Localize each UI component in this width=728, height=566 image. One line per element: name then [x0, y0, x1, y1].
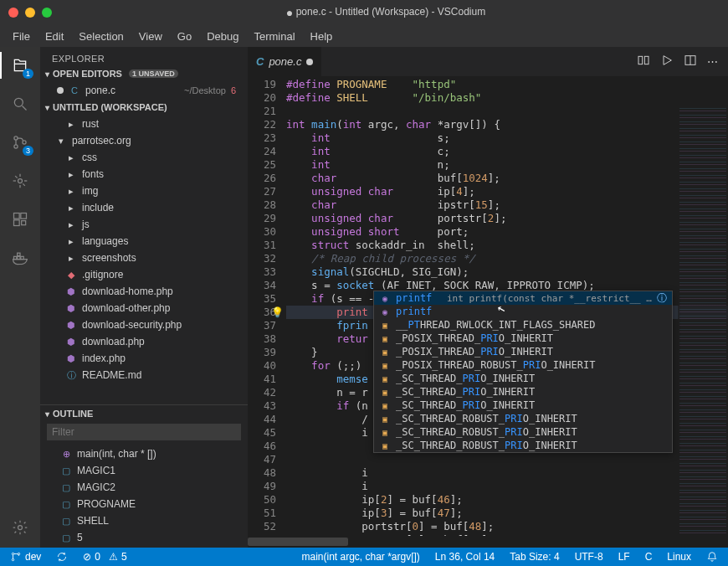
- outline-5[interactable]: ▢5: [40, 529, 248, 546]
- tree-item-download-security-php[interactable]: ⬢download-security.php: [40, 316, 248, 333]
- intellisense-item[interactable]: ▣ _SC_THREAD_ROBUST_PRIO_INHERIT: [374, 425, 672, 439]
- intellisense-item[interactable]: ▣ _POSIX_THREAD_PRIO_INHERIT: [374, 345, 672, 358]
- outline-main-int-char-[interactable]: ⊕main(int, char * []): [40, 445, 248, 462]
- code-line[interactable]: #define SHELL "/bin/bash": [286, 91, 728, 105]
- minimap[interactable]: [678, 105, 728, 536]
- menu-help[interactable]: Help: [305, 28, 339, 44]
- menu-terminal[interactable]: Terminal: [248, 28, 300, 44]
- lightbulb-icon[interactable]: 💡: [271, 306, 284, 319]
- status-cursor[interactable]: Ln 36, Col 14: [432, 551, 498, 563]
- outline-filter-input[interactable]: [47, 424, 241, 440]
- tree-item-img[interactable]: ▸img: [40, 183, 248, 199]
- source-control-icon[interactable]: 3: [8, 131, 32, 154]
- outline-SHELL[interactable]: ▢SHELL: [40, 512, 248, 529]
- open-editor-item[interactable]: C pone.c~/Desktop6: [40, 82, 248, 99]
- outline-header[interactable]: ▾ OUTLINE: [40, 404, 248, 420]
- code-line[interactable]: /* Reap child processes */: [286, 252, 728, 265]
- notifications-icon[interactable]: [703, 551, 721, 563]
- intellisense-item[interactable]: ▣ _SC_THREAD_PRIO_INHERIT: [374, 372, 672, 385]
- menu-view[interactable]: View: [133, 28, 168, 44]
- tree-item-fonts[interactable]: ▸fonts: [40, 166, 248, 183]
- intellisense-item[interactable]: ▣ _SC_THREAD_PRIO_INHERIT: [374, 399, 672, 412]
- code-line[interactable]: char buf[1024];: [286, 172, 728, 185]
- tree-item-download-php[interactable]: ⬢download.php: [40, 333, 248, 350]
- menu-selection[interactable]: Selection: [73, 28, 129, 44]
- more-actions-icon[interactable]: ⋯: [707, 55, 718, 68]
- status-context[interactable]: main(int argc, char *argv[]): [298, 551, 423, 563]
- folder-icon: ▸: [65, 219, 77, 230]
- code-line[interactable]: int c;: [286, 145, 728, 158]
- maximize-window[interactable]: [42, 8, 52, 18]
- code-line[interactable]: portstr[0] = buf[48];: [286, 520, 728, 533]
- tab-pone-c[interactable]: C pone.c: [248, 47, 322, 76]
- code-line[interactable]: ip[2] = buf[46];: [286, 493, 728, 507]
- tree-item-README-md[interactable]: ⓘREADME.md: [40, 367, 248, 383]
- outline-MAGIC2[interactable]: ▢MAGIC2: [40, 479, 248, 496]
- code-line[interactable]: struct sockaddr_in shell;: [286, 239, 728, 252]
- close-window[interactable]: [8, 8, 18, 18]
- tree-item-download-home-php[interactable]: ⬢download-home.php: [40, 283, 248, 300]
- tree-item-languages[interactable]: ▸languages: [40, 233, 248, 250]
- status-sync[interactable]: [53, 551, 71, 563]
- tree-item-screenshots[interactable]: ▸screenshots: [40, 250, 248, 266]
- menu-file[interactable]: File: [7, 28, 36, 44]
- code-line[interactable]: int n;: [286, 158, 728, 172]
- code-line[interactable]: int main(int argc, char *argv[]) {: [286, 118, 728, 131]
- tree-item-css[interactable]: ▸css: [40, 149, 248, 166]
- tree-item-js[interactable]: ▸js: [40, 216, 248, 233]
- settings-icon[interactable]: [8, 516, 32, 539]
- tree-item--gitignore[interactable]: ◆.gitignore: [40, 266, 248, 283]
- tree-item-index-php[interactable]: ⬢index.php: [40, 350, 248, 367]
- menu-debug[interactable]: Debug: [201, 28, 244, 44]
- code-line[interactable]: unsigned short port;: [286, 225, 728, 239]
- code-line[interactable]: int s;: [286, 131, 728, 145]
- intellisense-item[interactable]: ◉ printf: [374, 305, 672, 318]
- outline-MAGIC1[interactable]: ▢MAGIC1: [40, 462, 248, 479]
- run-icon[interactable]: [660, 54, 674, 69]
- intellisense-item[interactable]: ▣ _POSIX_THREAD_ROBUST_PRIO_INHERIT: [374, 358, 672, 372]
- intellisense-popup[interactable]: ◉ printf int printf(const char *__restri…: [373, 291, 673, 453]
- workspace-header[interactable]: ▾ UNTITLED (WORKSPACE): [40, 100, 248, 114]
- split-editor-icon[interactable]: [684, 54, 697, 69]
- code-line[interactable]: i: [286, 480, 728, 493]
- outline-PROGNAME[interactable]: ▢PROGNAME: [40, 496, 248, 512]
- status-os[interactable]: Linux: [664, 551, 695, 563]
- minimize-window[interactable]: [25, 8, 35, 18]
- code-line[interactable]: unsigned char ip[4];: [286, 185, 728, 198]
- code-line[interactable]: #define PROGNAME "httpd": [286, 78, 728, 91]
- extensions-icon[interactable]: [8, 208, 32, 231]
- code-line[interactable]: unsigned char portstr[2];: [286, 212, 728, 225]
- open-editors-header[interactable]: ▾ OPEN EDITORS 1 UNSAVED: [40, 67, 248, 80]
- debug-icon[interactable]: [8, 169, 32, 193]
- code-line[interactable]: [286, 453, 728, 466]
- tree-item-download-other-php[interactable]: ⬢download-other.php: [40, 300, 248, 316]
- status-eol[interactable]: LF: [615, 551, 633, 563]
- intellisense-item[interactable]: ▣ _POSIX_THREAD_PRIO_INHERIT: [374, 332, 672, 345]
- code-line[interactable]: i: [286, 466, 728, 480]
- intellisense-item[interactable]: ▣ __PTHREAD_RWLOCK_INT_FLAGS_SHARED: [374, 318, 672, 332]
- search-icon[interactable]: [8, 92, 32, 116]
- status-branch[interactable]: dev: [7, 551, 44, 563]
- code-line[interactable]: ip[3] = buf[47];: [286, 507, 728, 520]
- status-encoding[interactable]: UTF-8: [572, 551, 607, 563]
- status-lang[interactable]: C: [642, 551, 656, 563]
- menu-edit[interactable]: Edit: [39, 28, 69, 44]
- tree-item-parrotsec-org[interactable]: ▾parrotsec.org: [40, 132, 248, 149]
- tree-item-include[interactable]: ▸include: [40, 199, 248, 216]
- horizontal-scrollbar[interactable]: [248, 536, 678, 548]
- intellisense-item[interactable]: ▣ _SC_THREAD_PRIO_INHERIT: [374, 385, 672, 399]
- docker-icon[interactable]: [8, 246, 32, 270]
- menu-go[interactable]: Go: [172, 28, 197, 44]
- intellisense-item[interactable]: ▣ _SC_THREAD_ROBUST_PRIO_INHERIT: [374, 412, 672, 425]
- code-line[interactable]: signal(SIGCHLD, SIG_IGN);: [286, 265, 728, 279]
- tree-item-rust[interactable]: ▸rust: [40, 116, 248, 132]
- status-problems[interactable]: ⊘0 ⚠5: [79, 551, 130, 563]
- explorer-icon[interactable]: 1: [8, 54, 32, 77]
- compare-icon[interactable]: [637, 54, 650, 69]
- code-line[interactable]: char ipstr[15];: [286, 198, 728, 212]
- intellisense-item[interactable]: ▣ _SC_THREAD_ROBUST_PRIO_INHERIT: [374, 439, 672, 452]
- intellisense-item[interactable]: ◉ printf int printf(const char *__restri…: [374, 291, 672, 305]
- status-tabsize[interactable]: Tab Size: 4: [506, 551, 562, 563]
- code-line[interactable]: [286, 105, 728, 118]
- info-icon[interactable]: ⓘ: [657, 291, 667, 306]
